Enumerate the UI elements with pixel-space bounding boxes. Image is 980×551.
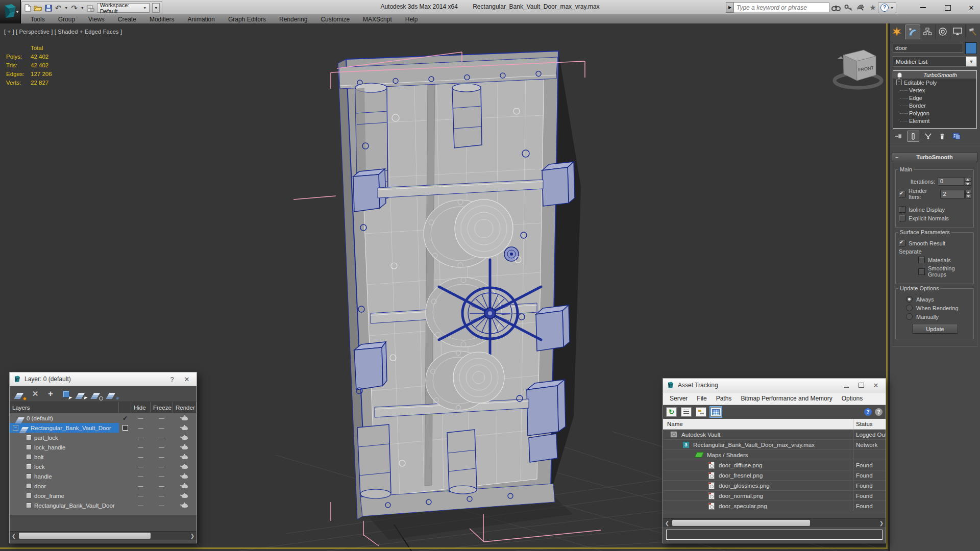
make-unique-button[interactable] xyxy=(922,131,934,141)
freeze-cell[interactable]: — xyxy=(151,413,173,423)
freeze-cell[interactable]: — xyxy=(151,462,173,471)
tab-utilities[interactable] xyxy=(966,24,980,39)
asset-menu-options[interactable]: Options xyxy=(837,395,867,402)
list-view-button[interactable] xyxy=(681,407,692,417)
current-layer-cell[interactable] xyxy=(119,481,131,491)
freeze-cell[interactable]: — xyxy=(151,500,173,510)
hide-cell[interactable]: — xyxy=(131,481,151,491)
keyword-search-input[interactable] xyxy=(734,3,829,12)
asset-dialog-titlebar[interactable]: Asset Tracking ✕ xyxy=(663,379,886,392)
help-button[interactable]: ? ▼ xyxy=(878,2,896,13)
render-cell[interactable] xyxy=(173,491,197,500)
asset-minimize-button[interactable] xyxy=(841,382,852,389)
menu-item-help[interactable]: Help xyxy=(399,15,425,23)
hide-cell[interactable]: — xyxy=(131,471,151,481)
current-layer-cell[interactable] xyxy=(119,462,131,471)
menu-item-graph-editors[interactable]: Graph Editors xyxy=(222,15,273,23)
tab-modify[interactable] xyxy=(905,24,921,39)
create-new-layer-button[interactable] xyxy=(15,389,25,399)
web-help-icon[interactable]: ? xyxy=(864,408,872,416)
menu-item-tools[interactable]: Tools xyxy=(24,15,52,23)
asset-row-rectangular-bank-vault-door-max-vray-max[interactable]: Rectangular_Bank_Vault_Door_max_vray.max… xyxy=(663,440,886,450)
hide-cell[interactable]: — xyxy=(131,491,151,500)
select-layer-objects-button[interactable] xyxy=(76,389,86,399)
freeze-cell[interactable]: — xyxy=(151,452,173,462)
explicit-normals-checkbox[interactable] xyxy=(899,215,905,221)
scroll-left-icon[interactable]: ❮ xyxy=(10,533,18,539)
layer-row-door-7[interactable]: door—— xyxy=(10,481,197,491)
render-cell[interactable] xyxy=(173,481,197,491)
hide-cell[interactable]: — xyxy=(131,452,151,462)
column-status[interactable]: Status xyxy=(853,419,886,429)
close-button[interactable]: ✕ xyxy=(964,4,979,12)
column-name[interactable]: Name xyxy=(663,421,853,427)
hide-cell[interactable]: — xyxy=(131,462,151,471)
application-menu-button[interactable]: ▼ xyxy=(0,0,21,23)
search-binoculars-icon[interactable] xyxy=(830,3,842,12)
current-layer-cell[interactable] xyxy=(119,423,131,433)
hide-cell[interactable]: — xyxy=(131,413,151,423)
new-scene-icon[interactable] xyxy=(24,4,31,12)
modifier-list-dropdown[interactable]: Modifier List ▼ xyxy=(893,56,977,67)
iterations-spinner[interactable] xyxy=(965,177,971,186)
stack-item-editable-poly[interactable]: −Editable Poly xyxy=(893,79,976,86)
asset-menu-server[interactable]: Server xyxy=(665,395,692,402)
scroll-right-icon[interactable]: ❯ xyxy=(188,533,197,539)
asset-row-door-fresnel-png[interactable]: door_fresnel.pngFound xyxy=(663,470,886,481)
add-to-layer-button[interactable]: + xyxy=(45,389,56,399)
current-layer-cell[interactable] xyxy=(119,491,131,500)
layer-row-0-default-0[interactable]: 0 (default)✓—— xyxy=(10,413,197,423)
toolbar-flyout-button[interactable]: ▼ xyxy=(152,3,160,13)
when-rendering-radio[interactable] xyxy=(906,305,913,311)
hide-cell[interactable]: — xyxy=(131,433,151,442)
column-hide[interactable]: Hide xyxy=(131,402,151,413)
column-render[interactable]: Render xyxy=(173,402,197,413)
asset-menu-bitmap-performance-and-memory[interactable]: Bitmap Performance and Memory xyxy=(736,395,837,402)
freeze-cell[interactable]: — xyxy=(151,442,173,452)
show-end-result-button[interactable] xyxy=(907,131,919,142)
menu-item-views[interactable]: Views xyxy=(82,15,111,23)
tab-create[interactable] xyxy=(890,24,905,39)
hierarchy-view-button[interactable] xyxy=(696,407,706,417)
menu-item-rendering[interactable]: Rendering xyxy=(273,15,314,23)
render-cell[interactable] xyxy=(173,471,197,481)
remove-modifier-button[interactable] xyxy=(937,131,948,141)
layer-properties-button[interactable]: ✳ xyxy=(107,389,117,399)
column-layers[interactable]: Layers xyxy=(10,402,119,413)
tab-motion[interactable] xyxy=(936,24,951,39)
search-arrow-icon[interactable]: ▶ xyxy=(726,2,734,13)
smoothing-groups-checkbox[interactable] xyxy=(918,268,925,275)
redo-icon[interactable]: ↷ xyxy=(70,4,78,12)
configure-modifier-sets-button[interactable] xyxy=(951,131,962,141)
select-objects-button[interactable] xyxy=(61,389,71,399)
menu-item-modifiers[interactable]: Modifiers xyxy=(143,15,181,23)
freeze-cell[interactable]: — xyxy=(151,491,173,500)
tab-display[interactable] xyxy=(950,24,966,39)
viewport-label[interactable]: [ + ] [ Perspective ] [ Shaded + Edged F… xyxy=(4,29,122,35)
asset-menu-paths[interactable]: Paths xyxy=(712,395,737,402)
menu-item-group[interactable]: Group xyxy=(52,15,82,23)
layer-close-button[interactable]: ✕ xyxy=(181,375,192,383)
undo-dropdown-icon[interactable]: ▼ xyxy=(64,6,68,10)
context-help-icon[interactable]: ? xyxy=(875,408,883,416)
current-layer-cell[interactable] xyxy=(119,452,131,462)
stack-item-vertex[interactable]: Vertex xyxy=(893,86,976,94)
render-cell[interactable] xyxy=(173,452,197,462)
key-icon[interactable] xyxy=(843,3,854,12)
layer-row-part-lock-2[interactable]: part_lock—— xyxy=(10,433,197,442)
table-view-button[interactable] xyxy=(710,407,721,417)
freeze-cell[interactable]: — xyxy=(151,433,173,442)
minimize-button[interactable] xyxy=(915,4,930,12)
freeze-cell[interactable]: — xyxy=(151,471,173,481)
hide-cell[interactable]: — xyxy=(131,500,151,510)
always-radio[interactable] xyxy=(906,296,913,303)
asset-row-door-diffuse-png[interactable]: door_diffuse.pngFound xyxy=(663,460,886,470)
asset-row-door-normal-png[interactable]: door_normal.pngFound xyxy=(663,491,886,501)
scroll-right-icon[interactable]: ❯ xyxy=(877,520,886,526)
materials-checkbox[interactable] xyxy=(918,257,925,263)
project-folder-icon[interactable] xyxy=(87,4,94,12)
layer-row-handle-6[interactable]: handle—— xyxy=(10,471,197,481)
refresh-button[interactable]: ↻ xyxy=(666,407,677,417)
render-cell[interactable] xyxy=(173,423,197,433)
collapse-box-icon[interactable]: − xyxy=(896,80,902,85)
